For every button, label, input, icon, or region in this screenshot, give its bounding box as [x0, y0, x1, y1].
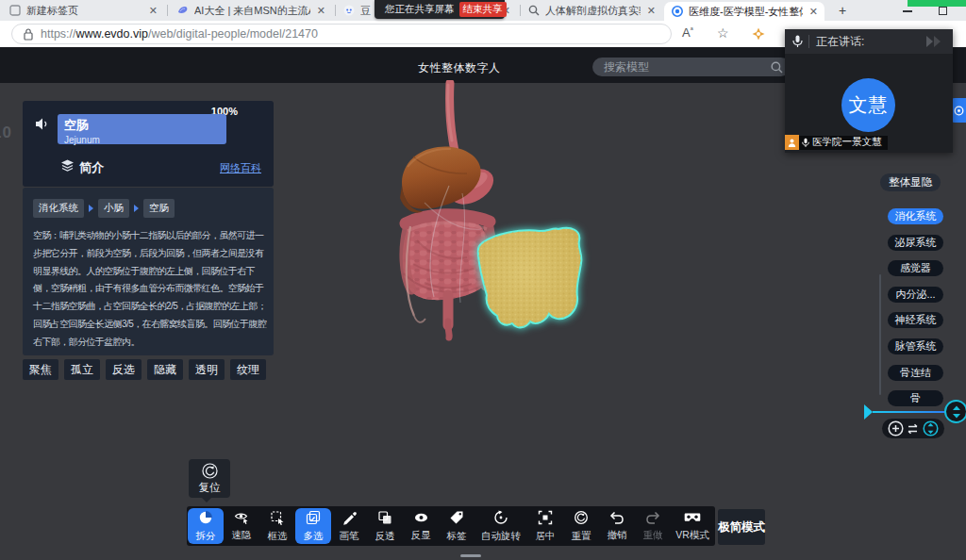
toolbar-pie[interactable]: 拆分	[188, 508, 224, 544]
target-circle-icon	[954, 106, 964, 116]
toolbar-auto-rotate[interactable]: 自动旋转	[475, 508, 527, 544]
tab-close-icon[interactable]: ✕	[149, 5, 158, 17]
avatar: 文慧	[841, 78, 895, 132]
system-scroll-track[interactable]	[879, 274, 881, 395]
share-banner-text: 您正在共享屏幕	[385, 3, 455, 16]
swap-arrows-button[interactable]	[906, 423, 920, 435]
system-pill[interactable]: 内分泌...	[888, 287, 943, 303]
system-pill[interactable]: 消化系统	[888, 208, 943, 224]
breadcrumb: 消化系统小肠空肠	[33, 199, 175, 218]
timeline-line[interactable]	[873, 411, 948, 413]
inverse-show-icon	[413, 511, 429, 528]
anatomy-model-3d[interactable]	[358, 80, 632, 363]
tab-close-icon[interactable]: ✕	[317, 5, 325, 17]
toolbar-center[interactable]: 居中	[527, 508, 563, 544]
side-panel-toggle-button[interactable]	[951, 98, 966, 123]
toolbar-item-label: 自动旋转	[481, 530, 521, 543]
person-icon	[785, 135, 799, 150]
system-pill[interactable]: 泌尿系统	[888, 235, 943, 251]
bottom-toolbar: 拆分速隐框选多选画笔反透反显标签自动旋转居中重置撤销重做VR模式	[187, 506, 715, 546]
tab-title: 新建标签页	[26, 4, 142, 18]
reset-notch	[202, 498, 211, 502]
organ-action-button[interactable]: 纹理	[230, 359, 266, 380]
breadcrumb-item[interactable]: 消化系统	[33, 199, 84, 218]
toolbar-item-label: 居中	[536, 530, 556, 543]
organ-action-button[interactable]: 反选	[106, 359, 142, 380]
system-pill[interactable]: 骨	[888, 390, 943, 406]
breadcrumb-arrow-icon	[89, 205, 93, 212]
browser-tab[interactable]: 医维度-医学模型-女性整体数字/✕	[664, 2, 824, 21]
system-pill[interactable]: 脉管系统	[888, 338, 943, 354]
system-pill[interactable]: 神经系统	[888, 312, 943, 328]
wiki-link[interactable]: 网络百科	[220, 161, 261, 175]
favorite-star-icon[interactable]: ☆	[717, 25, 729, 41]
timeline-end-button[interactable]	[944, 400, 966, 423]
toolbar-redo[interactable]: 重做	[635, 508, 671, 544]
toolbar-item-label: 速隐	[232, 529, 252, 542]
organ-action-button[interactable]: 隐藏	[147, 359, 183, 380]
organ-name-cn: 空肠	[64, 117, 220, 134]
organ-description: 空肠：哺乳类动物的小肠十二指肠以后的部分，虽然可进一步把它分开，前段为空肠，后段…	[33, 227, 267, 352]
toolbar-pen[interactable]: 画笔	[331, 508, 367, 544]
toolbar-undo[interactable]: 撤销	[599, 508, 635, 544]
timeline-triangle-icon	[864, 404, 873, 420]
toolbar-inverse-transparent[interactable]: 反透	[367, 508, 403, 544]
window-minimize-button[interactable]	[903, 10, 912, 12]
bottom-handle[interactable]	[460, 554, 481, 557]
zoom-in-button[interactable]	[888, 420, 904, 436]
frame-select-icon	[270, 510, 285, 529]
browser-tab[interactable]: AI大全 | 来自MSN的主流AI工具排✕	[170, 0, 332, 21]
toggle-all-systems-button[interactable]: 整体显隐	[880, 173, 941, 191]
avatar-text: 文慧	[849, 92, 889, 118]
organ-action-button[interactable]: 孤立	[64, 359, 100, 380]
toolbar-eye-hide[interactable]: 速隐	[224, 508, 259, 544]
zoom-controls	[882, 419, 944, 438]
pen-icon	[341, 510, 357, 529]
browser-tab[interactable]: 新建标签页✕	[2, 0, 164, 21]
window-maximize-button[interactable]	[939, 7, 947, 15]
system-pill[interactable]: 骨连结	[888, 365, 943, 381]
expand-collapse-button[interactable]	[923, 420, 939, 436]
organ-name-box[interactable]: 空肠 Jejunum	[58, 114, 226, 144]
toolbar-reset[interactable]: 重置	[563, 508, 599, 544]
model-search-input[interactable]: 搜索模型	[592, 58, 791, 76]
toolbar-inverse-show[interactable]: 反显	[403, 508, 439, 544]
toolbar-item-label: 多选	[304, 530, 324, 543]
eye-hide-icon	[234, 510, 250, 528]
msn-ai-icon	[177, 5, 189, 16]
screen-share-banner: 您正在共享屏幕 结束共享	[375, 0, 505, 19]
speaker-icon[interactable]	[35, 117, 51, 131]
toolbar-frame-select[interactable]: 框选	[259, 508, 295, 544]
toolbar-item-label: 标签	[447, 530, 467, 543]
tab-close-icon[interactable]: ✕	[809, 6, 818, 18]
new-tab-button[interactable]: +	[834, 2, 851, 19]
minimal-mode-button[interactable]: 极简模式	[718, 509, 765, 545]
vr-icon	[684, 511, 701, 528]
toolbar-item-label: 反显	[411, 529, 431, 542]
end-share-button[interactable]: 结束共享	[459, 2, 507, 17]
tab-close-icon[interactable]: ✕	[647, 5, 656, 17]
toolbar-tag[interactable]: 标签	[439, 508, 475, 544]
meeting-panel[interactable]: 正在讲话: 文慧 医学院一景文慧	[785, 29, 953, 153]
share-indicator-strip	[908, 0, 966, 7]
system-pill[interactable]: 感觉器	[888, 260, 943, 276]
toolbar-vr[interactable]: VR模式	[671, 508, 714, 544]
tag-icon	[449, 510, 464, 529]
up-down-arrows-icon	[951, 405, 962, 419]
organ-action-button[interactable]: 透明	[189, 359, 225, 380]
url-field[interactable]: https://www.evdo.vip/web/digital-people/…	[11, 24, 672, 44]
toolbar-item-label: 画笔	[340, 530, 359, 543]
browser-essentials-icon[interactable]	[752, 27, 765, 41]
meeting-logo-icon	[921, 34, 945, 49]
toolbar-multi-select[interactable]: 多选	[295, 508, 331, 544]
organ-action-button[interactable]: 聚焦	[23, 359, 58, 380]
breadcrumb-arrow-icon	[134, 205, 139, 212]
breadcrumb-item[interactable]: 小肠	[98, 199, 129, 218]
organ-actions: 聚焦孤立反选隐藏透明纹理	[23, 359, 266, 380]
breadcrumb-item[interactable]: 空肠	[143, 199, 175, 218]
browser-tab[interactable]: 人体解剖虚拟仿真实验平台 - 搜索✕	[521, 0, 662, 21]
tab-title: 人体解剖虚拟仿真实验平台 - 搜索	[545, 4, 641, 18]
reset-view-button[interactable]: 复位	[189, 459, 230, 498]
intro-label: 简介	[79, 159, 104, 176]
read-aloud-icon[interactable]: Aᵃ	[682, 25, 693, 40]
